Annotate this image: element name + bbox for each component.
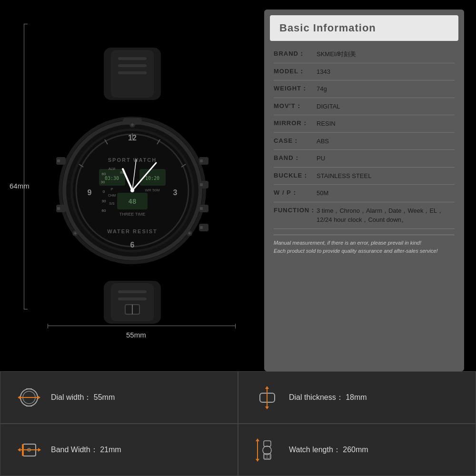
svg-marker-79 <box>18 396 20 399</box>
svg-text:THREE TIME: THREE TIME <box>119 212 145 217</box>
spec-label-dial-thickness: Dial thickness： <box>289 393 344 401</box>
watch-image: 12 3 6 9 SPORT WATCH SKMEI <box>0 0 264 371</box>
height-label: 64mm <box>10 182 30 190</box>
value-wp: 50M <box>317 188 328 198</box>
spec-cell-dial-thickness: Dial thickness： 18mm <box>238 371 476 424</box>
svg-marker-86 <box>265 407 269 409</box>
svg-rect-4 <box>118 71 147 74</box>
spec-row-weight: WEIGHT： 74g <box>274 80 455 98</box>
vertical-dim-line <box>24 24 25 309</box>
svg-rect-2 <box>118 57 147 60</box>
spec-value-watch-length: 260mm <box>343 446 368 454</box>
svg-rect-22 <box>57 207 60 210</box>
svg-rect-20 <box>57 159 60 162</box>
spec-row-mirror: MIRROR： RESIN <box>274 115 455 133</box>
svg-text:P: P <box>110 188 113 191</box>
svg-text:SPORT WATCH: SPORT WATCH <box>108 157 156 163</box>
dim-tick-bottom-left <box>24 309 28 309</box>
svg-text:ALM: ALM <box>108 167 115 170</box>
spec-cell-watch-length: Watch length： 260mm <box>238 424 476 476</box>
svg-rect-18 <box>200 226 203 229</box>
spec-row-function: FUNCTION： 3 time，Chrono，Alarm，Date，Week，… <box>274 202 455 229</box>
svg-rect-92 <box>22 444 24 456</box>
spec-text-band-width: Band Width： 21mm <box>51 445 121 455</box>
value-mirror: RESIN <box>317 119 336 129</box>
spec-row-model: MODEL： 1343 <box>274 63 455 81</box>
dim-tick-top <box>24 24 28 24</box>
left-panel: 64mm 55mm <box>0 0 264 371</box>
svg-rect-93 <box>264 441 271 446</box>
value-function: 3 time，Chrono，Alarm，Date，Week，EL，12/24 h… <box>317 206 455 225</box>
label-model: MODEL： <box>274 67 317 76</box>
value-case: ABS <box>317 137 329 146</box>
spec-value-band-width: 21mm <box>100 446 121 454</box>
label-brand: BRAND： <box>274 50 317 58</box>
label-band: BAND： <box>274 154 317 162</box>
label-weight: WEIGHT： <box>274 84 317 93</box>
svg-text:48: 48 <box>128 198 136 205</box>
watch-length-icon <box>253 436 281 464</box>
svg-text:10:20: 10:20 <box>145 176 159 181</box>
svg-text:WR 50M: WR 50M <box>145 188 159 192</box>
spec-label-band-width: Band Width： <box>51 446 98 454</box>
band-width-icon <box>15 436 43 464</box>
spec-cell-band-width: Band Width： 21mm <box>0 424 238 476</box>
horizontal-dim-line <box>48 326 236 326</box>
spec-row-band: BAND： PU <box>274 150 455 168</box>
info-card: Basic Information BRAND： SKMEI/时刻美 MODEL… <box>264 10 464 371</box>
spec-label-dial-width: Dial width： <box>51 393 91 401</box>
dim-tick-left <box>48 324 48 328</box>
main-area: 64mm 55mm <box>0 0 476 371</box>
svg-text:30: 30 <box>101 199 106 203</box>
svg-rect-73 <box>118 298 147 300</box>
info-body: BRAND： SKMEI/时刻美 MODEL： 1343 WEIGHT： 74g… <box>264 41 464 260</box>
spec-value-dial-thickness: 18mm <box>346 393 367 401</box>
svg-point-68 <box>130 188 134 192</box>
label-movt: MOV'T： <box>274 102 317 110</box>
note-line2: Each product sold to provide quality ass… <box>274 247 455 256</box>
svg-rect-3 <box>118 64 147 67</box>
value-band: PU <box>317 154 325 163</box>
svg-marker-85 <box>265 386 269 389</box>
svg-text:60: 60 <box>101 208 106 213</box>
dial-width-icon <box>15 383 43 412</box>
svg-text:03:30: 03:30 <box>104 176 119 181</box>
svg-text:WATER RESIST: WATER RESIST <box>107 228 158 234</box>
svg-rect-14 <box>200 183 203 186</box>
spec-row-movt: MOV'T： DIGITAL <box>274 98 455 116</box>
svg-text:0: 0 <box>102 189 105 194</box>
spec-row-wp: W / P： 50M <box>274 185 455 202</box>
svg-text:60: 60 <box>101 172 106 176</box>
label-function: FUNCTION： <box>274 206 317 215</box>
spec-cell-dial-width: Dial width： 55mm <box>0 371 238 424</box>
spec-text-dial-width: Dial width： 55mm <box>51 393 115 403</box>
width-label: 55mm <box>126 331 146 339</box>
spec-label-watch-length: Watch length： <box>289 446 341 454</box>
svg-marker-91 <box>38 448 41 452</box>
spec-row-brand: BRAND： SKMEI/时刻美 <box>274 46 455 63</box>
svg-rect-16 <box>200 207 203 210</box>
dial-thickness-icon <box>253 383 281 412</box>
spec-value-dial-width: 55mm <box>94 393 115 401</box>
bottom-bar: Dial width： 55mm Dial thickness： 18mm <box>0 371 476 476</box>
svg-marker-98 <box>256 459 259 462</box>
label-case: CASE： <box>274 137 317 145</box>
svg-text:3: 3 <box>173 188 177 197</box>
spec-row-case: CASE： ABS <box>274 133 455 150</box>
svg-text:6: 6 <box>130 241 134 249</box>
info-note: Manual measurement, if there is an error… <box>274 235 455 256</box>
info-title: Basic Information <box>279 22 449 34</box>
label-mirror: MIRROR： <box>274 119 317 128</box>
svg-text:CHM: CHM <box>108 194 116 197</box>
label-buckle: BUCKLE： <box>274 171 317 180</box>
dim-tick-right <box>235 324 236 328</box>
svg-marker-90 <box>18 448 20 452</box>
info-header: Basic Information <box>270 15 458 41</box>
spec-text-watch-length: Watch length： 260mm <box>289 445 368 455</box>
svg-text:S/S: S/S <box>109 202 115 205</box>
svg-rect-12 <box>200 159 203 162</box>
label-wp: W / P： <box>274 188 317 197</box>
spec-text-dial-thickness: Dial thickness： 18mm <box>289 393 367 403</box>
svg-rect-72 <box>118 290 147 293</box>
value-brand: SKMEI/时刻美 <box>317 50 356 59</box>
